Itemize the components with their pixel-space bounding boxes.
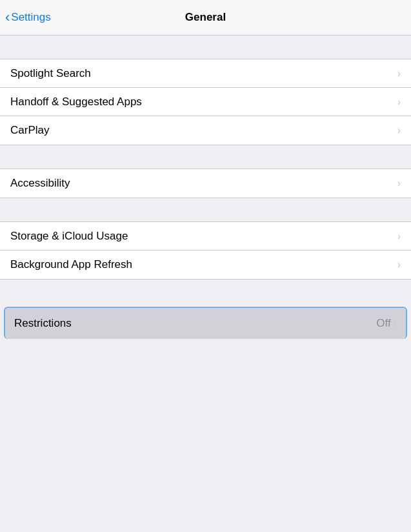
storage-right: › <box>397 230 401 242</box>
settings-group-1: Spotlight Search › Handoff & Suggested A… <box>0 59 411 145</box>
accessibility-right: › <box>397 178 401 189</box>
storage-label: Storage & iCloud Usage <box>10 230 128 243</box>
carplay-chevron-icon: › <box>397 125 401 136</box>
handoff-row[interactable]: Handoff & Suggested Apps › <box>0 88 411 116</box>
background-refresh-right: › <box>397 259 401 271</box>
handoff-right: › <box>397 96 401 108</box>
back-button[interactable]: ‹ Settings <box>5 11 51 25</box>
accessibility-chevron-icon: › <box>397 178 401 189</box>
spotlight-search-row[interactable]: Spotlight Search › <box>0 59 411 88</box>
settings-group-4: Restrictions Off › <box>0 307 411 339</box>
section-spacer-3 <box>0 198 411 221</box>
back-chevron-icon: ‹ <box>5 10 10 25</box>
restrictions-right: Off › <box>376 317 397 330</box>
restrictions-value: Off <box>376 317 390 330</box>
section-spacer-2 <box>0 145 411 169</box>
background-refresh-row[interactable]: Background App Refresh › <box>0 251 411 279</box>
page-title: General <box>185 11 226 24</box>
background-refresh-label: Background App Refresh <box>10 258 132 271</box>
spotlight-search-chevron-icon: › <box>397 68 401 79</box>
carplay-right: › <box>397 125 401 136</box>
carplay-label: CarPlay <box>10 124 49 137</box>
settings-group-3: Storage & iCloud Usage › Background App … <box>0 221 411 280</box>
restrictions-chevron-icon: › <box>394 318 397 329</box>
handoff-label: Handoff & Suggested Apps <box>10 96 142 108</box>
settings-group-2: Accessibility › <box>0 169 411 198</box>
accessibility-row[interactable]: Accessibility › <box>0 169 411 198</box>
carplay-row[interactable]: CarPlay › <box>0 116 411 145</box>
back-label: Settings <box>11 11 50 24</box>
spotlight-search-label: Spotlight Search <box>10 67 91 80</box>
background-refresh-chevron-icon: › <box>397 259 401 271</box>
accessibility-label: Accessibility <box>10 177 70 190</box>
handoff-chevron-icon: › <box>397 96 401 108</box>
storage-chevron-icon: › <box>397 230 401 242</box>
spotlight-search-right: › <box>397 68 401 79</box>
section-spacer-4 <box>0 280 411 303</box>
restrictions-label: Restrictions <box>14 317 72 330</box>
storage-row[interactable]: Storage & iCloud Usage › <box>0 222 411 251</box>
section-spacer-top <box>0 36 411 59</box>
navigation-bar: ‹ Settings General <box>0 0 411 36</box>
restrictions-row[interactable]: Restrictions Off › <box>4 307 407 339</box>
